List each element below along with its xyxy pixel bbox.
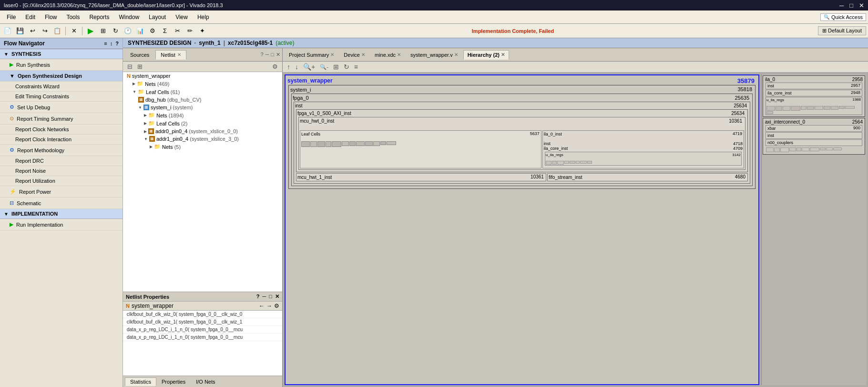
report-power-item[interactable]: ⚡ Report Power [0, 186, 123, 198]
prog-btn[interactable]: ⊞ [97, 26, 109, 36]
menu-file[interactable]: File [2, 13, 20, 21]
flow-nav-restore-icon[interactable]: ↕ [110, 41, 113, 46]
hierarchy-close[interactable]: ✕ [501, 52, 505, 57]
netlist-tree[interactable]: N system_wrapper ▶ 📁 Nets (469) ▼ 📁 Leaf… [123, 72, 282, 292]
menu-window[interactable]: Window [114, 13, 144, 21]
menu-view[interactable]: View [171, 13, 193, 21]
project-summary-close[interactable]: ✕ [330, 52, 334, 57]
run-impl-item[interactable]: ▶ Run Implementation [0, 219, 123, 230]
refresh-btn[interactable]: ↻ [110, 26, 121, 36]
flow-nav-minimize-icon[interactable]: ≡ [104, 41, 107, 46]
hier-view[interactable]: system_wrapper 35879 system_i 35818 fpga… [283, 73, 868, 387]
minimize-btn[interactable]: ─ [839, 2, 844, 9]
system-wrapper-v-close[interactable]: ✕ [454, 52, 458, 57]
tree-addr0[interactable]: ▶ ▦ addr0_pin0_4 (system_xlslice_0_0) [123, 127, 282, 135]
copy-btn[interactable]: 📋 [51, 26, 63, 36]
tree-syst-leaf[interactable]: ▶ 📁 Leaf Cells (2) [123, 119, 282, 127]
props-fwd-btn[interactable]: → [266, 303, 272, 309]
report-noise-item[interactable]: Report Noise [0, 166, 123, 176]
close-btn[interactable]: ✕ [859, 2, 864, 9]
netlist-tab-close[interactable]: ✕ [177, 52, 181, 57]
tab-minimize-icon[interactable]: ─ [266, 52, 269, 58]
report-methodology-item[interactable]: ⚙ Report Methodology [0, 145, 123, 156]
menu-layout[interactable]: Layout [144, 13, 171, 21]
menu-reports[interactable]: Reports [84, 13, 114, 21]
hier-zoom-in-btn[interactable]: 🔍+ [302, 63, 317, 71]
schematic-item[interactable]: ⊟ Schematic [0, 198, 123, 209]
props-back-btn[interactable]: ← [259, 303, 265, 309]
netlist-props-content[interactable]: clkfbout_buf_clk_wiz_0( system_fpga_0_0_… [123, 311, 282, 376]
flow-nav-help-icon[interactable]: ? [115, 41, 119, 46]
mine-xdc-close[interactable]: ✕ [397, 52, 401, 57]
sources-tab[interactable]: Sources [125, 50, 154, 60]
hier-down-btn[interactable]: ↓ [294, 63, 300, 71]
menu-tools[interactable]: Tools [61, 13, 84, 21]
flow-nav-scroll[interactable]: ▼ SYNTHESIS ▶ Run Synthesis ▼ Open Synth… [0, 49, 123, 387]
tree-leaf-cells[interactable]: ▼ 📁 Leaf Cells (61) [123, 88, 282, 96]
new-btn[interactable]: 📄 [2, 26, 13, 36]
menu-edit[interactable]: Edit [20, 13, 40, 21]
project-summary-tab[interactable]: Project Summary ✕ [285, 50, 338, 60]
undo-btn[interactable]: ↩ [27, 26, 38, 36]
tree-nets5[interactable]: ▶ 📁 Nets (5) [123, 143, 282, 151]
report-clock-interaction-item[interactable]: Report Clock Interaction [0, 135, 123, 145]
props-help-icon[interactable]: ? [256, 293, 260, 300]
report-drc-item[interactable]: Report DRC [0, 156, 123, 166]
constraints-wizard-item[interactable]: Constraints Wizard [0, 82, 123, 92]
run-btn[interactable]: ▶ [85, 26, 96, 36]
synthesis-header[interactable]: ▼ SYNTHESIS [0, 49, 123, 59]
netlist-settings-btn[interactable]: ⚙ [271, 63, 279, 71]
delete-btn[interactable]: ✕ [68, 26, 80, 36]
hier-up-btn[interactable]: ↑ [286, 63, 292, 71]
default-layout-btn[interactable]: ⊞ Default Layout [818, 26, 866, 35]
hier-zoom-out-btn[interactable]: 🔍- [318, 63, 330, 71]
save-btn[interactable]: 💾 [14, 26, 26, 36]
netlist-expand-btn[interactable]: ⊞ [136, 63, 144, 71]
maximize-btn[interactable]: □ [849, 2, 853, 9]
netlist-collapse-all-btn[interactable]: ⊟ [126, 63, 134, 71]
tree-dbg-hub[interactable]: ▦ dbg_hub (dbg_hub_CV) [123, 96, 282, 104]
edit-timing-item[interactable]: Edit Timing Constraints [0, 92, 123, 102]
tab-help-icon[interactable]: ? [260, 52, 263, 58]
clock-btn[interactable]: 🕐 [122, 26, 133, 36]
props-min-icon[interactable]: ─ [263, 293, 266, 300]
tab-close-icon[interactable]: ✕ [276, 52, 280, 58]
io-nets-tab[interactable]: I/O Nets [191, 377, 220, 386]
settings-btn[interactable]: ⚙ [147, 26, 158, 36]
sigma-btn[interactable]: Σ [159, 26, 171, 36]
tree-nets[interactable]: ▶ 📁 Nets (469) [123, 80, 282, 88]
redo-btn[interactable]: ↪ [39, 26, 51, 36]
edit2-btn[interactable]: ✏ [184, 26, 195, 36]
report-utilization-item[interactable]: Report Utilization [0, 176, 123, 186]
quick-access-bar[interactable]: Quick Access [820, 13, 866, 21]
report-clock-networks-item[interactable]: Report Clock Networks [0, 125, 123, 135]
open-synth-design-item[interactable]: ▼ Open Synthesized Design [0, 71, 123, 82]
cut-btn[interactable]: ✂ [172, 26, 183, 36]
report-timing-item[interactable]: ⊙ Report Timing Summary [0, 113, 123, 125]
tree-addr1[interactable]: ▼ ▦ addr1_pin0_4 (system_xlslice_3_0) [123, 135, 282, 143]
star-btn[interactable]: ✦ [196, 26, 208, 36]
system-wrapper-v-tab[interactable]: system_wrapper.v ✕ [406, 50, 462, 60]
mine-xdc-tab[interactable]: mine.xdc ✕ [370, 50, 405, 60]
netlist-tab[interactable]: Netlist ✕ [155, 50, 186, 60]
run-synthesis-item[interactable]: ▶ Run Synthesis [0, 59, 123, 71]
props-max-icon[interactable]: □ [269, 293, 272, 300]
properties-tab[interactable]: Properties [156, 377, 191, 386]
tree-root[interactable]: N system_wrapper [123, 72, 282, 80]
props-settings-btn[interactable]: ⚙ [274, 303, 279, 309]
tree-syst-nets[interactable]: ▶ 📁 Nets (1894) [123, 111, 282, 119]
device-tab[interactable]: Device ✕ [339, 50, 369, 60]
tree-system-i[interactable]: ▼ ▦ system_i (system) [123, 104, 282, 111]
set-up-debug-item[interactable]: ⚙ Set Up Debug [0, 102, 123, 113]
menu-help[interactable]: Help [193, 13, 214, 21]
hier-refresh-btn[interactable]: ↻ [342, 63, 351, 71]
tab-restore-icon[interactable]: □ [271, 52, 274, 58]
device-close[interactable]: ✕ [361, 52, 365, 57]
hier-fit-btn[interactable]: ⊞ [332, 63, 340, 71]
props-close-icon[interactable]: ✕ [275, 293, 279, 300]
report-btn[interactable]: 📊 [134, 26, 146, 36]
statistics-tab[interactable]: Statistics [125, 377, 156, 386]
implementation-header[interactable]: ▼ IMPLEMENTATION [0, 209, 123, 219]
hierarchy-tab[interactable]: Hierarchy (2) ✕ [463, 50, 509, 60]
hier-settings-btn[interactable]: ≡ [353, 63, 359, 71]
